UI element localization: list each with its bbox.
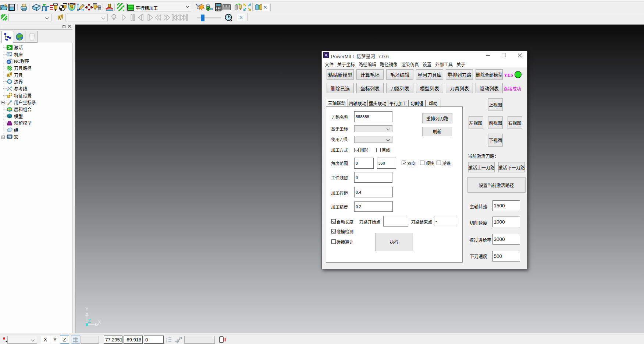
svg-text:z: z [166,341,167,343]
svg-text:X: X [98,319,101,325]
svg-text:Z: Z [88,318,91,324]
svg-text:Y: Y [85,306,89,312]
